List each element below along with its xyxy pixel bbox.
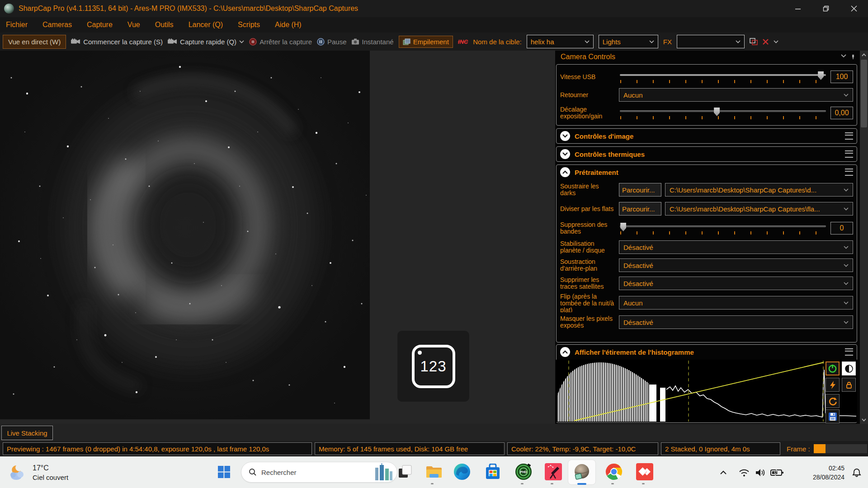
slider-thumb[interactable] [818,71,824,80]
menu-item-scripts[interactable]: Scripts [238,21,260,29]
offset-value[interactable]: 0,00 [830,107,853,119]
minimize-button[interactable] [784,0,812,17]
section-menu-icon[interactable] [845,169,853,176]
histogram-stretch-toggle-button[interactable] [826,361,840,375]
banding-value[interactable]: 0 [830,222,853,235]
wifi-status-icon[interactable] [739,457,750,488]
status-cooler: Cooler: 22%, Temp: -9,9C, Target: -10,0C [507,442,658,455]
menu-item-fichier[interactable]: Fichier [6,21,28,29]
thermal-controls-section[interactable]: Contrôles thermiques [556,146,857,162]
scroll-up-button[interactable] [860,51,868,59]
section-menu-icon[interactable] [845,132,853,140]
clear-selection-icon[interactable] [762,38,769,45]
offset-slider[interactable] [619,106,827,120]
phd2-button[interactable]: PHD [514,462,533,482]
status-preview: Previewing : 1467 frames (0 dropped) in … [3,442,312,455]
darks-browse-button[interactable]: Parcourir... [619,183,661,197]
chevron-up-icon [862,53,866,56]
section-menu-icon[interactable] [845,150,853,158]
fx-select[interactable] [677,35,745,48]
preprocess-header[interactable]: Prétraitement [557,165,857,179]
sharpcap-window: SharpCap Pro (v4.1.11351, 64 bit) - Ares… [0,0,868,488]
image-controls-section[interactable]: Contrôles d'image [556,128,857,144]
darks-label: Soustraire les darks [560,183,615,197]
histogram-header[interactable]: Afficher l'étirement de l'histogramme [557,345,857,359]
search-box[interactable]: Rechercher [241,462,397,483]
save-histogram-button[interactable] [826,409,840,423]
restore-button[interactable] [812,0,840,17]
scroll-down-button[interactable] [860,416,868,424]
quick-capture-button[interactable]: Capture rapide (Q) [168,38,244,46]
task-view-button[interactable] [395,462,415,482]
menu-item-aide[interactable]: Aide (H) [275,21,302,29]
hot-pixels-select[interactable]: Désactivé [619,315,853,329]
expand-section-icon[interactable] [560,149,570,159]
tray-overflow-button[interactable] [720,457,727,488]
selection-area-icon[interactable] [750,38,758,45]
collapse-section-icon[interactable] [560,347,570,357]
menu-item-vue[interactable]: Vue [127,21,140,29]
expand-section-icon[interactable] [560,131,570,141]
section-menu-icon[interactable] [845,348,853,356]
taskbar-clock[interactable]: 02:45 28/08/2024 [813,464,844,482]
weather-widget[interactable]: 17°C Ciel couvert [4,460,73,486]
sharpcap-taskbar-button[interactable] [568,460,596,485]
close-button[interactable] [840,0,868,17]
target-name-select[interactable]: helix ha [527,35,594,48]
start-button[interactable] [214,462,234,482]
slider-thumb[interactable] [714,108,720,116]
volume-status-icon[interactable] [755,457,766,488]
flats-browse-button[interactable]: Parcourir... [619,202,661,216]
astro-planetarium-button[interactable] [543,462,563,482]
battery-status-icon[interactable] [770,457,784,488]
pause-button[interactable]: Pause [317,38,347,46]
stacking-button[interactable]: Empilement [399,36,453,48]
flats-path-select[interactable]: C:\Users\marcb\Desktop\SharpCap Captures… [665,202,853,216]
scrollbar-thumb[interactable] [861,60,867,127]
clock-time: 02:45 [813,464,844,473]
menu-item-outils[interactable]: Outils [155,21,174,29]
anydesk-button[interactable] [635,462,655,482]
save-icon [828,412,837,421]
menu-item-cameras[interactable]: Cameras [42,21,72,29]
remote-desktop-icon [636,463,653,480]
live-stacking-tab[interactable]: Live Stacking [1,426,53,440]
chevron-down-icon[interactable] [774,40,778,43]
reset-stretch-button[interactable] [826,394,840,408]
chevron-down-icon[interactable] [841,54,846,58]
chevron-down-icon[interactable] [239,40,244,43]
pin-icon[interactable] [851,54,855,60]
file-explorer-button[interactable] [424,462,444,482]
snapshot-button[interactable]: Instantané [352,38,394,46]
darks-path-select[interactable]: C:\Users\marcb\Desktop\SharpCap Captures… [665,183,853,197]
start-capture-button[interactable]: Commencer la capture (S) [71,38,163,46]
usb-speed-value[interactable]: 100 [830,70,853,83]
slider-thumb[interactable] [620,223,626,231]
stop-capture-button[interactable]: Arrêter la capture [249,38,312,46]
microsoft-store-button[interactable] [483,462,503,482]
edge-button[interactable] [452,462,472,482]
frame-type-select[interactable]: Lights [599,35,658,48]
satellites-select[interactable]: Désactivé [619,277,853,290]
panel-scrollbar[interactable] [860,51,868,424]
collapse-section-icon[interactable] [560,167,570,177]
mono-display-button[interactable] [842,361,856,375]
chevron-down-icon [844,188,849,192]
flip-night-select[interactable]: Aucun [619,296,853,310]
auto-stretch-button[interactable] [826,378,840,392]
lock-stretch-button[interactable] [842,378,856,392]
banding-slider[interactable] [619,221,827,235]
image-viewport[interactable] [0,51,370,419]
menu-item-lancer[interactable]: Lancer (Q) [189,21,223,29]
background-select[interactable]: Désactivé [619,258,853,272]
power-icon [828,364,837,373]
no-increment-icon[interactable]: INC [458,38,468,45]
notification-center-button[interactable] [852,457,862,488]
live-view-button[interactable]: Vue en direct (W) [3,35,66,49]
satellites-row: Supprimer les traces satellites Désactiv… [560,275,853,291]
chrome-button[interactable] [604,462,624,482]
flip-select[interactable]: Aucun [619,88,853,102]
menu-item-capture[interactable]: Capture [87,21,113,29]
stabilisation-select[interactable]: Désactivé [619,240,853,254]
usb-speed-slider[interactable] [619,70,827,84]
